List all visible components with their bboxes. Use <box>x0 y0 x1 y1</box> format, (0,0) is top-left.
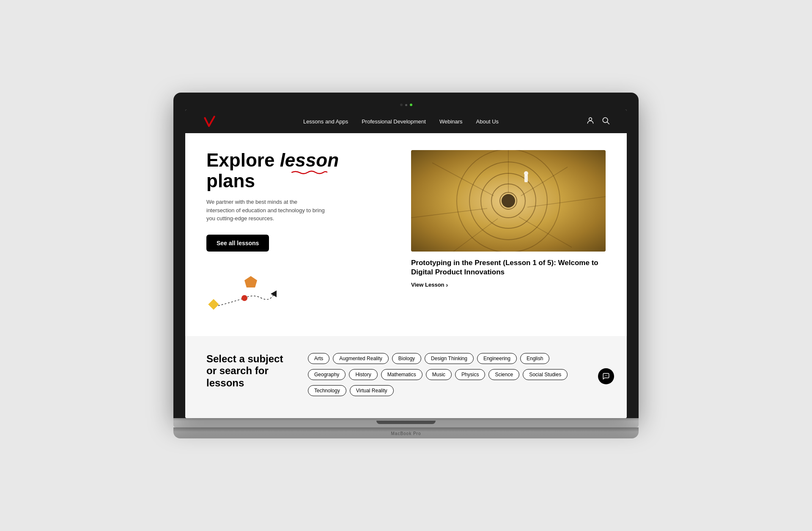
svg-rect-3 <box>208 299 219 309</box>
macbook-model-label: MacBook Pro <box>391 431 421 436</box>
macbook-frame: Lessons and Apps Professional Developmen… <box>173 93 639 438</box>
tag-geography[interactable]: Geography <box>308 369 346 380</box>
subject-tags-row2: Geography History Mathematics Music Phys… <box>308 369 606 380</box>
tag-mathematics[interactable]: Mathematics <box>381 369 422 380</box>
svg-point-4 <box>241 295 247 301</box>
camera-dot-right <box>410 104 412 106</box>
nav-item-about[interactable]: About Us <box>476 118 499 125</box>
tag-ar[interactable]: Augmented Reality <box>333 353 388 364</box>
nav-item-lessons[interactable]: Lessons and Apps <box>303 118 348 125</box>
camera-lens <box>405 104 407 106</box>
macbook-hinge-notch <box>376 421 436 424</box>
see-all-button[interactable]: See all lessons <box>206 235 269 252</box>
svg-point-25 <box>607 375 608 376</box>
hero-section: Explore lesson plans We partner with the… <box>185 133 627 336</box>
tag-music[interactable]: Music <box>426 369 452 380</box>
subject-tags-row3: Technology Virtual Reality <box>308 385 606 396</box>
camera-bar <box>185 100 627 109</box>
nav-link-about[interactable]: About Us <box>476 118 499 125</box>
subject-section-title: Select a subject or search for lessons <box>206 353 291 389</box>
subject-tags-row1: Arts Augmented Reality Biology Design Th… <box>308 353 606 364</box>
tag-engineering[interactable]: Engineering <box>477 353 517 364</box>
view-lesson-arrow-icon: › <box>446 282 448 288</box>
brand-logo <box>202 115 216 128</box>
macbook-base-bar <box>173 418 639 427</box>
lesson-card-image <box>411 150 606 252</box>
hero-title: Explore lesson plans <box>206 150 394 191</box>
tag-technology[interactable]: Technology <box>308 385 346 396</box>
svg-point-23 <box>605 375 606 376</box>
tag-biology[interactable]: Biology <box>392 353 421 364</box>
view-lesson-link[interactable]: View Lesson › <box>411 282 606 288</box>
verizon-checkmark-icon <box>202 115 216 128</box>
hero-right: Prototyping in the Present (Lesson 1 of … <box>411 150 606 295</box>
lesson-card-title: Prototyping in the Present (Lesson 1 of … <box>411 258 606 277</box>
svg-line-2 <box>607 122 609 124</box>
nav-links: Lessons and Apps Professional Developmen… <box>303 118 499 125</box>
tag-physics[interactable]: Physics <box>455 369 485 380</box>
hero-illustration <box>206 268 299 319</box>
navbar: Lessons and Apps Professional Developmen… <box>185 109 627 133</box>
spiral-staircase-illustration <box>411 150 606 252</box>
camera-dot-left <box>400 104 403 106</box>
nav-actions <box>586 116 610 127</box>
hero-left: Explore lesson plans We partner with the… <box>206 150 394 319</box>
lesson-card-content: Prototyping in the Present (Lesson 1 of … <box>411 252 606 295</box>
screen-bezel: Lessons and Apps Professional Developmen… <box>173 93 639 418</box>
nav-link-webinars[interactable]: Webinars <box>439 118 463 125</box>
tag-english[interactable]: English <box>520 353 549 364</box>
view-lesson-label: View Lesson <box>411 282 444 288</box>
svg-point-24 <box>606 375 606 376</box>
chat-bubble-button[interactable] <box>598 368 614 384</box>
svg-point-22 <box>524 171 528 175</box>
svg-point-0 <box>589 118 592 120</box>
browser-screen: Lessons and Apps Professional Developmen… <box>185 109 627 418</box>
user-icon[interactable] <box>586 116 595 127</box>
tag-science[interactable]: Science <box>488 369 519 380</box>
nav-item-prof-dev[interactable]: Professional Development <box>362 118 426 125</box>
hero-title-prefix: Explore <box>206 150 280 170</box>
tag-history[interactable]: History <box>349 369 377 380</box>
nav-item-webinars[interactable]: Webinars <box>439 118 463 125</box>
tag-vr[interactable]: Virtual Reality <box>350 385 394 396</box>
tag-social-studies[interactable]: Social Studies <box>523 369 568 380</box>
subject-tags-area: Arts Augmented Reality Biology Design Th… <box>308 353 606 401</box>
tag-arts[interactable]: Arts <box>308 353 329 364</box>
tag-design-thinking[interactable]: Design Thinking <box>425 353 474 364</box>
hero-title-highlight: lesson <box>280 150 339 170</box>
chat-icon <box>602 372 610 380</box>
nav-link-lessons[interactable]: Lessons and Apps <box>303 118 348 125</box>
hero-subtitle: We partner with the best minds at the in… <box>206 198 325 223</box>
nav-link-prof-dev[interactable]: Professional Development <box>362 118 426 125</box>
macbook-bottom-bar: MacBook Pro <box>173 427 639 438</box>
scribble-underline-icon <box>278 170 340 174</box>
screen-wrapper: Lessons and Apps Professional Developmen… <box>185 109 627 418</box>
dotted-path-illustration <box>206 268 299 319</box>
svg-rect-21 <box>524 175 528 182</box>
svg-point-20 <box>502 194 515 208</box>
svg-marker-6 <box>271 290 277 297</box>
search-icon[interactable] <box>601 116 610 127</box>
svg-marker-5 <box>244 276 257 287</box>
subject-section: Select a subject or search for lessons A… <box>185 336 627 418</box>
hero-title-suffix: plans <box>206 170 255 191</box>
